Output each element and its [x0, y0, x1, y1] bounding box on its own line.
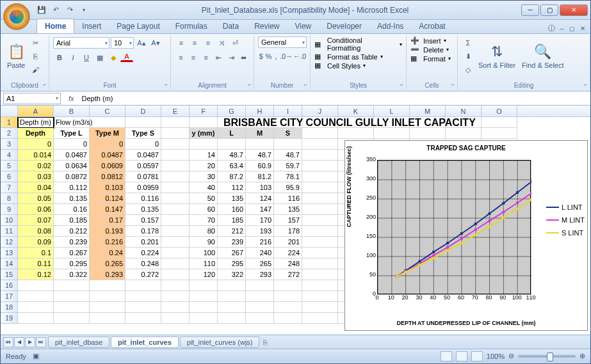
align-top-icon[interactable]: ≡	[175, 36, 188, 49]
row-header-9[interactable]: 9	[1, 204, 18, 215]
cell-F9[interactable]: 60	[190, 204, 218, 215]
view-layout-button[interactable]	[456, 351, 467, 361]
cell-B5[interactable]: 0.0634	[54, 161, 90, 171]
fill-icon[interactable]: ⬇	[462, 50, 474, 63]
cell-B19[interactable]	[54, 313, 90, 324]
qat-more-icon[interactable]: ▾	[79, 5, 89, 15]
cell-A6[interactable]: 0.03	[18, 171, 54, 182]
shrink-font-icon[interactable]: A▾	[149, 36, 162, 49]
cell-C8[interactable]: 0.124	[90, 193, 125, 204]
cell-C2[interactable]: Type M	[90, 128, 125, 139]
cell-J6[interactable]	[302, 171, 338, 182]
delete-cells-button[interactable]: ➖Delete▾	[410, 45, 453, 54]
cell-I15[interactable]: 272	[274, 269, 302, 280]
zoom-level[interactable]: 100%	[487, 352, 505, 360]
cell-H10[interactable]: 170	[246, 215, 274, 226]
cell-J1[interactable]	[302, 117, 338, 128]
minimize-button[interactable]: ─	[521, 4, 539, 16]
cell-A19[interactable]	[18, 313, 54, 324]
cell-I3[interactable]	[274, 139, 302, 150]
cell-G11[interactable]: 212	[218, 226, 246, 237]
cell-I9[interactable]: 135	[274, 204, 302, 215]
formula-input[interactable]: Depth (m)	[79, 95, 590, 102]
copy-icon[interactable]: ⎘	[29, 50, 42, 63]
cell-H6[interactable]: 81.2	[246, 171, 274, 182]
cell-A15[interactable]: 0.12	[18, 269, 54, 280]
cell-F2[interactable]: y (mm)	[190, 128, 218, 139]
cell-C12[interactable]: 0.216	[90, 237, 125, 248]
cell-A5[interactable]: 0.02	[18, 161, 54, 171]
cell-A14[interactable]: 0.11	[18, 258, 54, 269]
cell-H8[interactable]: 124	[246, 193, 274, 204]
cell-H17[interactable]	[246, 291, 274, 302]
row-header-11[interactable]: 11	[1, 226, 18, 237]
row-header-19[interactable]: 19	[1, 313, 18, 324]
cell-I19[interactable]	[274, 313, 302, 324]
cell-J15[interactable]	[302, 269, 338, 280]
align-middle-icon[interactable]: ≡	[188, 36, 201, 49]
cell-D12[interactable]: 0.201	[125, 237, 161, 248]
align-center-icon[interactable]: ≡	[188, 51, 200, 64]
cell-H13[interactable]: 240	[246, 248, 274, 258]
cell-F12[interactable]: 90	[190, 237, 218, 248]
cell-I7[interactable]: 95.9	[274, 182, 302, 193]
cell-G2[interactable]: L	[218, 128, 246, 139]
cell-H15[interactable]: 293	[246, 269, 274, 280]
cell-I16[interactable]	[274, 280, 302, 291]
row-header-6[interactable]: 6	[1, 171, 18, 182]
cell-A12[interactable]: 0.09	[18, 237, 54, 248]
tab-nav-prev[interactable]: ◀	[14, 337, 24, 347]
cell-C16[interactable]	[90, 280, 125, 291]
cell-B15[interactable]: 0.322	[54, 269, 90, 280]
tab-formulas[interactable]: Formulas	[168, 19, 215, 33]
cell-D9[interactable]: 0.135	[125, 204, 161, 215]
cell-E19[interactable]	[161, 313, 190, 324]
cell-F7[interactable]: 40	[190, 182, 218, 193]
cell-G4[interactable]: 48.7	[218, 150, 246, 161]
inc-decimal-icon[interactable]: .0→	[280, 50, 293, 63]
maximize-button[interactable]: ▢	[540, 4, 558, 16]
cell-F4[interactable]: 14	[190, 150, 218, 161]
align-right-icon[interactable]: ≡	[200, 51, 212, 64]
cell-E16[interactable]	[161, 280, 190, 291]
cell-B17[interactable]	[54, 291, 90, 302]
row-header-3[interactable]: 3	[1, 139, 18, 150]
cell-I8[interactable]: 116	[274, 193, 302, 204]
sheet-tab-0[interactable]: pit_inlet_dbase	[48, 336, 109, 348]
cell-E2[interactable]	[161, 128, 190, 139]
cell-C5[interactable]: 0.0609	[90, 161, 125, 171]
tab-developer[interactable]: Developer	[319, 19, 369, 33]
cell-C17[interactable]	[90, 291, 125, 302]
cell-D6[interactable]: 0.0781	[125, 171, 161, 182]
cell-B10[interactable]: 0.185	[54, 215, 90, 226]
col-header-H[interactable]: H	[246, 106, 274, 116]
italic-button[interactable]: I	[67, 51, 79, 64]
cell-I12[interactable]: 201	[274, 237, 302, 248]
cell-A7[interactable]: 0.04	[18, 182, 54, 193]
row-header-7[interactable]: 7	[1, 182, 18, 193]
comma-icon[interactable]: ,	[273, 50, 279, 63]
cell-E5[interactable]	[161, 161, 190, 171]
cell-H1[interactable]	[246, 117, 274, 128]
cell-N1[interactable]	[446, 117, 482, 128]
col-header-F[interactable]: F	[190, 106, 218, 116]
col-header-N[interactable]: N	[446, 106, 482, 116]
cell-I13[interactable]: 224	[274, 248, 302, 258]
cell-I2[interactable]: S	[274, 128, 302, 139]
cell-A4[interactable]: 0.014	[18, 150, 54, 161]
cell-D2[interactable]: Type S	[125, 128, 161, 139]
sheet-tab-1[interactable]: pit_inlet_curves	[111, 336, 179, 348]
cell-G10[interactable]: 185	[218, 215, 246, 226]
view-pagebreak-button[interactable]	[471, 351, 483, 361]
cell-J12[interactable]	[302, 237, 338, 248]
align-left-icon[interactable]: ≡	[175, 51, 187, 64]
cell-J16[interactable]	[302, 280, 338, 291]
cell-F11[interactable]: 80	[190, 226, 218, 237]
sheet-tab-2[interactable]: pit_inlet_curves (wjs)	[180, 336, 260, 348]
tab-view[interactable]: View	[287, 19, 319, 33]
col-header-M[interactable]: M	[410, 106, 446, 116]
cell-E10[interactable]	[161, 215, 190, 226]
cell-F16[interactable]	[190, 280, 218, 291]
cell-J4[interactable]	[302, 150, 338, 161]
cell-J8[interactable]	[302, 193, 338, 204]
